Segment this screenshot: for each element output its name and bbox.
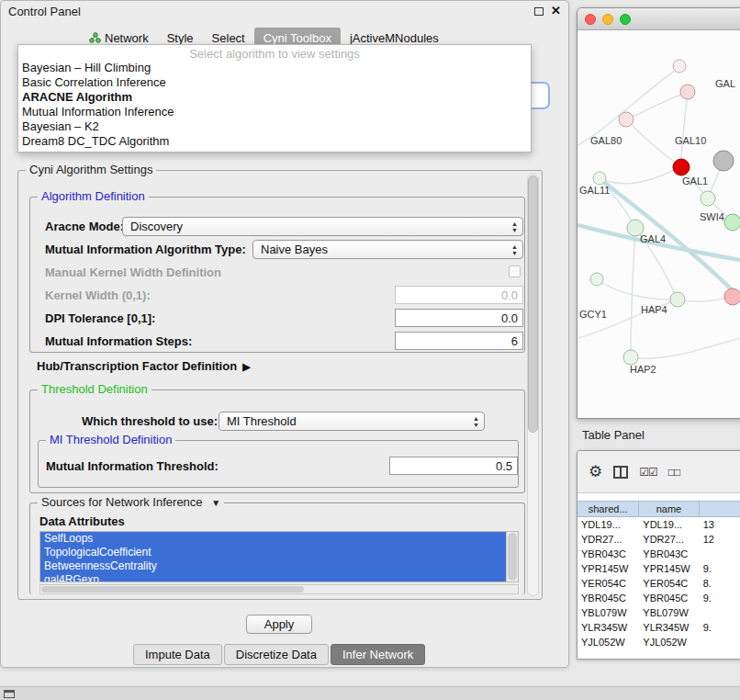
table-row[interactable]: YER054CYER054C8.: [577, 576, 740, 591]
mi-type-label: Mutual Information Algorithm Type:: [45, 243, 246, 256]
graph-node[interactable]: [673, 60, 686, 73]
column-header[interactable]: name: [639, 502, 699, 516]
table-cell: YLR345W: [577, 620, 639, 635]
mac-minimize-button[interactable]: [602, 14, 613, 25]
apply-button[interactable]: Apply: [246, 615, 312, 634]
mi-type-value: Naive Bayes: [261, 243, 328, 256]
which-threshold-select[interactable]: MI Threshold ▲▼: [219, 412, 485, 431]
column-manager-icon[interactable]: [613, 466, 628, 479]
kernel-width-field: 0.0: [395, 286, 523, 304]
table-body: YDL19...YDL19...13YDR27...YDR27...12YBR0…: [577, 517, 740, 659]
mi-type-select[interactable]: Naive Bayes ▲▼: [252, 240, 523, 259]
column-header[interactable]: shared...: [577, 502, 639, 516]
graph-node[interactable]: [724, 214, 740, 231]
table-cell: YJL052W: [577, 635, 639, 649]
table-cell: YBR045C: [639, 591, 699, 605]
graph-node[interactable]: [701, 191, 715, 206]
table-row[interactable]: YLR345WYLR345W9.: [577, 620, 740, 635]
mi-threshold-label: Mutual Information Threshold:: [46, 459, 219, 473]
bottom-tab-impute-data[interactable]: Impute Data: [133, 644, 222, 665]
expand-right-icon: ▶: [242, 361, 250, 372]
algorithm-option[interactable]: Mutual Information Inference: [18, 105, 531, 119]
network-canvas[interactable]: GALGAL80GAL10GAL11GAL1SWI4GAL4GCY1HAP4HA…: [577, 30, 740, 418]
attribute-item[interactable]: BetweennessCentrality: [40, 559, 506, 573]
node-label: GAL: [715, 78, 735, 89]
node-label: GCY1: [579, 309, 607, 320]
mac-close-button[interactable]: [585, 14, 596, 25]
graph-node[interactable]: [593, 172, 606, 185]
network-graph: GALGAL80GAL10GAL11GAL1SWI4GAL4GCY1HAP4HA…: [577, 30, 740, 419]
node-label: HAP4: [641, 304, 667, 315]
table-row[interactable]: YBL079WYBL079W: [577, 605, 740, 620]
graph-node[interactable]: [623, 350, 638, 365]
algorithm-option[interactable]: Dream8 DC_TDC Algorithm: [18, 134, 531, 149]
settings-scrollbar-thumb[interactable]: [528, 175, 538, 433]
graph-node[interactable]: [680, 85, 695, 99]
graph-node[interactable]: [713, 151, 734, 171]
hub-definition-label: Hub/Transcription Factor Definition: [37, 359, 237, 373]
graph-node[interactable]: [673, 159, 690, 175]
close-icon[interactable]: ✕: [551, 6, 561, 17]
table-row[interactable]: YBR045CYBR045C9.: [577, 591, 740, 605]
sources-title: Sources for Network Inference: [41, 495, 203, 509]
dpi-tolerance-field[interactable]: 0.0: [395, 309, 523, 327]
settings-scrollbar[interactable]: [527, 174, 539, 596]
mi-threshold-field[interactable]: 0.5: [389, 457, 518, 475]
algorithm-option[interactable]: Bayesian – Hill Climbing: [18, 61, 531, 75]
table-row[interactable]: YBR043CYBR043C: [577, 547, 740, 561]
graph-node[interactable]: [670, 292, 685, 307]
network-view-window: GALGAL80GAL10GAL11GAL1SWI4GAL4GCY1HAP4HA…: [577, 7, 740, 419]
table-panel-window: ⚙ ☑☑ □□ shared...name YDL19...YDL19...13…: [577, 450, 740, 660]
table-cell: YBR045C: [577, 591, 639, 605]
table-cell: YER054C: [577, 576, 639, 591]
column-header[interactable]: [700, 502, 740, 516]
table-panel-title: Table Panel: [582, 428, 645, 442]
control-panel-window: Control Panel ✕ NetworkStyleSelectCyni T…: [0, 0, 569, 668]
control-panel-titlebar: Control Panel ✕: [1, 1, 568, 21]
bottom-tab-discretize-data[interactable]: Discretize Data: [224, 644, 329, 665]
graph-node[interactable]: [590, 273, 603, 286]
algorithm-option[interactable]: ARACNE Algorithm: [18, 90, 531, 105]
mac-zoom-button[interactable]: [620, 14, 631, 25]
table-row[interactable]: YJL052WYJL052W: [577, 635, 740, 649]
select-all-icon[interactable]: ☑☑: [639, 466, 657, 479]
algorithm-definition-title: Algorithm Definition: [38, 189, 149, 203]
table-cell: YER054C: [639, 576, 699, 591]
attribute-item[interactable]: TopologicalCoefficient: [40, 546, 506, 559]
graph-node[interactable]: [724, 288, 740, 305]
attribute-item[interactable]: SelfLoops: [40, 532, 506, 546]
algorithm-definition-group: Algorithm Definition Aracne Mode: Discov…: [29, 197, 525, 353]
attribute-item[interactable]: gal4RGexp: [40, 573, 506, 582]
gear-icon[interactable]: ⚙: [589, 464, 602, 480]
bottom-tab-infer-network[interactable]: Infer Network: [331, 644, 425, 665]
aracne-mode-label: Aracne Mode:: [45, 220, 124, 233]
attributes-vertical-scrollbar[interactable]: [506, 532, 518, 581]
mi-steps-field[interactable]: 6: [395, 332, 523, 350]
table-cell: YPR145W: [577, 561, 639, 576]
attr-items: SelfLoopsTopologicalCoefficientBetweenne…: [40, 532, 506, 582]
table-row[interactable]: YPR145WYPR145W9.: [577, 561, 740, 576]
table-cell: 9.: [700, 561, 740, 576]
algorithm-dropdown-list: Bayesian – Hill ClimbingBasic Correlatio…: [18, 61, 531, 149]
graph-node[interactable]: [619, 112, 633, 127]
threshold-definition-title: Threshold Definition: [38, 382, 151, 396]
mi-steps-value: 6: [511, 334, 518, 348]
sources-collapse-toggle[interactable]: Sources for Network Inference ▼: [38, 495, 224, 509]
table-row[interactable]: YDL19...YDL19...13: [577, 517, 740, 532]
table-row[interactable]: YDR27...YDR27...12: [577, 532, 740, 547]
hub-definition-expander[interactable]: Hub/Transcription Factor Definition▶: [37, 359, 251, 373]
algorithm-option[interactable]: Bayesian – K2: [18, 119, 531, 134]
unselect-all-icon[interactable]: □□: [668, 466, 680, 479]
network-tab-icon: [89, 32, 101, 43]
table-cell: 12: [700, 532, 740, 547]
node-label: GAL11: [579, 185, 610, 196]
mi-threshold-value: 0.5: [496, 459, 512, 473]
algorithm-option[interactable]: Basic Correlation Inference: [18, 75, 531, 90]
attributes-horizontal-scrollbar[interactable]: [39, 584, 519, 594]
table-cell: YPR145W: [639, 561, 699, 576]
show-panel-icon[interactable]: [4, 690, 15, 698]
mi-threshold-group: MI Threshold Definition Mutual Informati…: [38, 440, 519, 488]
float-window-icon[interactable]: [534, 7, 544, 16]
aracne-mode-select[interactable]: Discovery ▲▼: [122, 217, 523, 236]
table-cell: [700, 635, 740, 649]
